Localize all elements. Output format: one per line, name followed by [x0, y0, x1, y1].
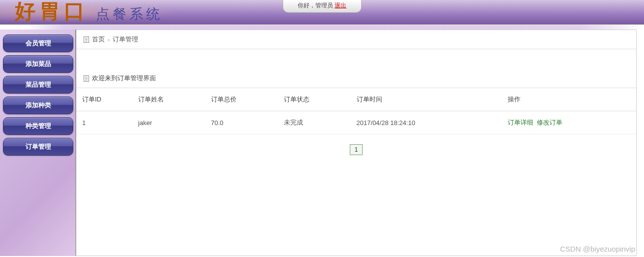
cell-total: 70.0 [205, 111, 278, 134]
th-id: 订单ID [76, 88, 132, 111]
sidebar-item-category-manage[interactable]: 种类管理 [3, 117, 73, 135]
table-row: 1 jaker 70.0 未完成 2017/04/28 18:24:10 订单详… [76, 111, 636, 134]
breadcrumb-current: 订单管理 [113, 35, 138, 44]
sidebar: 会员管理 添加菜品 菜品管理 添加种类 种类管理 订单管理 [0, 30, 76, 256]
sidebar-item-members[interactable]: 会员管理 [3, 34, 73, 52]
th-name: 订单姓名 [132, 88, 205, 111]
welcome-bar: 欢迎来到订单管理界面 [76, 69, 636, 88]
orders-table: 订单ID 订单姓名 订单总价 订单状态 订单时间 操作 1 jaker 70.0… [76, 88, 636, 134]
th-status: 订单状态 [278, 88, 351, 111]
sidebar-item-dish-manage[interactable]: 菜品管理 [3, 76, 73, 94]
logout-link[interactable]: 退出 [335, 2, 346, 9]
sidebar-item-add-dish[interactable]: 添加菜品 [3, 55, 73, 73]
order-detail-link[interactable]: 订单详细 [508, 119, 533, 126]
greeting-text: 你好， [298, 2, 315, 9]
breadcrumb: 首页 › 订单管理 [76, 30, 636, 49]
cell-id: 1 [76, 111, 132, 134]
cell-name: jaker [132, 111, 205, 134]
pagination: 1 [76, 134, 636, 165]
welcome-icon [84, 75, 89, 82]
welcome-text: 欢迎来到订单管理界面 [92, 74, 156, 83]
cell-status: 未完成 [278, 111, 351, 134]
page-icon [84, 36, 89, 43]
decorative-bar [0, 25, 644, 30]
sidebar-item-add-category[interactable]: 添加种类 [3, 96, 73, 114]
th-ops: 操作 [502, 88, 636, 111]
page-current[interactable]: 1 [350, 144, 363, 155]
th-total: 订单总价 [205, 88, 278, 111]
breadcrumb-separator: › [108, 36, 110, 43]
main-content: 首页 › 订单管理 欢迎来到订单管理界面 订单ID 订单姓名 订单总价 订单状态… [76, 30, 637, 256]
user-role: 管理员 [315, 2, 333, 9]
order-edit-link[interactable]: 修改订单 [537, 119, 562, 126]
logo-main: 好胃口 [15, 0, 89, 25]
th-time: 订单时间 [351, 88, 502, 111]
cell-ops: 订单详细 修改订单 [502, 111, 636, 134]
user-bar: 你好，管理员 退出 [282, 0, 362, 13]
table-header-row: 订单ID 订单姓名 订单总价 订单状态 订单时间 操作 [76, 88, 636, 111]
breadcrumb-home[interactable]: 首页 [92, 35, 105, 44]
watermark: CSDN @biyezuopinvip [560, 245, 635, 253]
cell-time: 2017/04/28 18:24:10 [351, 111, 502, 134]
header: 好胃口 点餐系统 你好，管理员 退出 [0, 0, 644, 25]
sidebar-item-order-manage[interactable]: 订单管理 [3, 138, 73, 156]
logo-sub: 点餐系统 [96, 5, 163, 24]
